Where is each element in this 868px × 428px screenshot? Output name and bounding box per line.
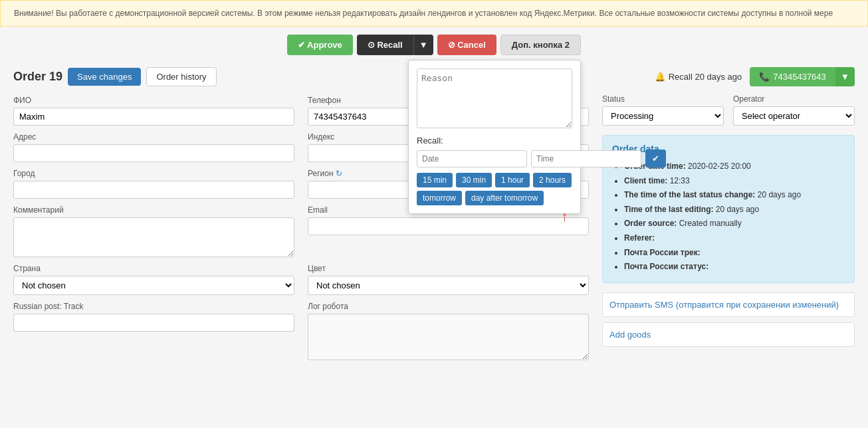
recall-time: 🔔 Recall 20 days ago (655, 72, 742, 82)
top-action-bar: ✔ Approve ⊙ Recall ▼ ⊘ Cancel Доп. кнопк… (0, 27, 868, 60)
arrow-indicator: ↑ (561, 208, 568, 225)
recall-time-input[interactable] (531, 150, 641, 167)
color-label: Цвет (308, 264, 589, 273)
russian-post-label: Russian post: Track (13, 302, 294, 311)
quick-tomorrow[interactable]: tomorrow (417, 191, 462, 205)
quick-15min[interactable]: 15 min (417, 173, 453, 187)
city-group: Город (13, 169, 294, 199)
recall-reason-textarea[interactable] (417, 68, 572, 128)
quick-2hours[interactable]: 2 hours (533, 173, 572, 187)
extra-button[interactable]: Доп. кнопка 2 (500, 35, 581, 55)
city-input[interactable] (13, 181, 294, 199)
approve-button[interactable]: ✔ Approve (287, 35, 353, 55)
warning-banner: Внимание! Вы работаете с демонстрационно… (0, 0, 868, 27)
recall-time-text: Recall 20 days ago (669, 72, 742, 82)
warning-text: Внимание! Вы работаете с демонстрационно… (14, 9, 833, 18)
order-title: Order 19 (13, 70, 62, 84)
list-item: Order source: Created manually (624, 217, 845, 231)
log-textarea[interactable] (308, 314, 589, 360)
city-label: Город (13, 169, 294, 178)
recall-info-row: 🔔 Recall 20 days ago 📞 74345437643 ▼ (602, 67, 855, 86)
region-refresh-icon[interactable]: ↻ (336, 169, 342, 178)
address-group: Адрес (13, 132, 294, 162)
save-changes-button[interactable]: Save changes (68, 68, 141, 86)
operator-select[interactable]: Select operator (733, 106, 855, 126)
list-item: Time of the last editing: 20 days ago (624, 203, 845, 217)
quick-day-after-tomorrow[interactable]: day after tomorrow (465, 191, 544, 205)
cancel-button[interactable]: ⊘ Cancel (437, 35, 496, 55)
country-label: Страна (13, 264, 294, 273)
fio-label: ФИО (13, 96, 294, 105)
bell-icon: 🔔 (655, 72, 665, 82)
fio-input[interactable] (13, 108, 294, 126)
log-group: Лог робота (308, 302, 589, 360)
phone-number: 74345437643 (773, 72, 826, 82)
recall-popup-label: Recall: (417, 136, 572, 146)
recall-button[interactable]: ⊙ Recall (357, 35, 413, 55)
address-input[interactable] (13, 144, 294, 162)
quick-btns: 15 min 30 min 1 hour 2 hours tomorrow da… (417, 173, 572, 205)
color-select[interactable]: Not chosen (308, 276, 589, 295)
status-group: Status Processing (602, 94, 724, 126)
recall-datetime-row: ✔ (417, 150, 572, 167)
order-history-button[interactable]: Order history (146, 67, 216, 86)
russian-post-group: Russian post: Track (13, 302, 294, 360)
address-label: Адрес (13, 132, 294, 142)
comment-textarea[interactable] (13, 217, 294, 257)
operator-group: Operator Select operator (733, 94, 855, 126)
status-label: Status (602, 94, 724, 104)
recall-confirm-button[interactable]: ✔ (645, 150, 666, 167)
color-group: Цвет Not chosen (308, 264, 589, 295)
list-item: The time of the last status change: 20 d… (624, 188, 845, 203)
add-goods-button[interactable]: Add goods (602, 322, 855, 347)
right-panel: 🔔 Recall 20 days ago 📞 74345437643 ▼ Sta… (602, 67, 855, 360)
russian-post-input[interactable] (13, 314, 294, 332)
list-item: Почта России трек: (624, 246, 845, 261)
recall-dropdown-button[interactable]: ▼ (413, 35, 433, 55)
list-item: Client time: 12:33 (624, 174, 845, 189)
country-group: Страна Not chosen (13, 264, 294, 295)
fio-group: ФИО (13, 96, 294, 126)
quick-30min[interactable]: 30 min (456, 173, 492, 187)
list-item: Почта России статус: (624, 260, 845, 274)
list-item: Referer: (624, 231, 845, 246)
recall-popup: Recall: ✔ 15 min 30 min 1 hour 2 hours t… (408, 60, 581, 214)
order-data-list: Order date time: 2020-02-25 20:00 Client… (612, 160, 845, 274)
phone-dropdown-button[interactable]: ▼ (835, 67, 855, 86)
status-select[interactable]: Processing (602, 106, 724, 126)
log-label: Лог робота (308, 302, 589, 311)
phone-group-right: 📞 74345437643 ▼ (750, 67, 855, 86)
email-input[interactable] (308, 217, 589, 235)
country-select[interactable]: Not chosen (13, 276, 294, 295)
recall-group: ⊙ Recall ▼ (357, 35, 433, 55)
sms-button[interactable]: Отправить SMS (отправится при сохранении… (602, 292, 855, 317)
phone-button[interactable]: 📞 74345437643 (750, 67, 835, 86)
status-operator-row: Status Processing Operator Select operat… (602, 94, 855, 126)
comment-group: Комментарий (13, 205, 294, 257)
comment-label: Комментарий (13, 205, 294, 215)
quick-1hour[interactable]: 1 hour (495, 173, 530, 187)
phone-icon: 📞 (759, 72, 770, 82)
recall-date-input[interactable] (417, 150, 527, 167)
operator-label: Operator (733, 94, 855, 104)
